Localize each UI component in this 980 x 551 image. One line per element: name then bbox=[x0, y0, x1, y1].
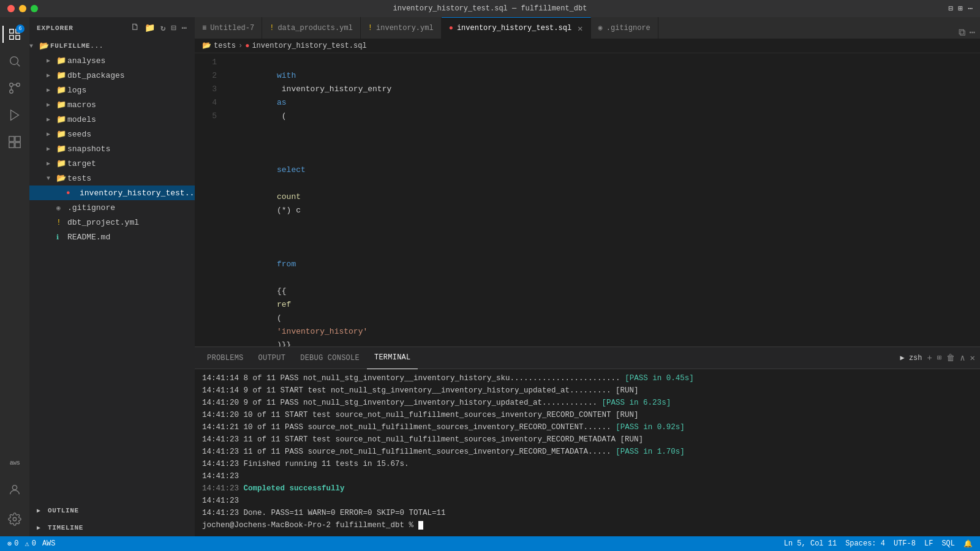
delete-terminal-icon[interactable]: 🗑 bbox=[946, 353, 955, 363]
tab-inventory-history-test[interactable]: ● inventory_history_test.sql ✕ bbox=[442, 17, 591, 39]
maximize-button[interactable] bbox=[31, 5, 38, 12]
sidebar: EXPLORER 🗋 📁 ↻ ⊟ ⋯ ▼ 📂 FULFILLME... ▶ 📁 … bbox=[29, 17, 195, 536]
sidebar-item-tests[interactable]: ▼ 📂 tests bbox=[29, 171, 195, 186]
svg-point-11 bbox=[13, 517, 17, 521]
tab-output[interactable]: OUTPUT bbox=[251, 347, 293, 369]
folder-label: snapshots bbox=[67, 144, 195, 154]
tab-gitignore[interactable]: ◉ .gitignore bbox=[591, 17, 658, 39]
code-content[interactable]: with inventory_history_entry as ( select… bbox=[224, 53, 971, 347]
editor-scrollbar[interactable] bbox=[971, 53, 980, 347]
status-encoding[interactable]: UTF-8 bbox=[894, 539, 916, 548]
folder-label: macros bbox=[67, 100, 195, 110]
tab-terminal[interactable]: TERMINAL bbox=[367, 347, 418, 369]
more-icon[interactable]: ⋯ bbox=[182, 23, 187, 33]
refresh-icon[interactable]: ↻ bbox=[160, 23, 166, 33]
status-notifications[interactable]: 🔔 bbox=[963, 539, 973, 549]
sidebar-title: EXPLORER bbox=[37, 24, 74, 32]
status-cursor-position[interactable]: Ln 5, Col 11 bbox=[784, 539, 837, 548]
sidebar-item-inventory-history-test[interactable]: ● inventory_history_test.... bbox=[29, 186, 195, 200]
sidebar-item-search[interactable] bbox=[2, 49, 27, 73]
terminal-output[interactable]: 14:41:14 8 of 11 PASS not_null_stg_inven… bbox=[195, 369, 980, 536]
status-language[interactable]: SQL bbox=[941, 539, 955, 548]
tab-close-button[interactable]: ✕ bbox=[578, 23, 582, 34]
minimize-button[interactable] bbox=[19, 5, 26, 12]
expand-arrow: ▶ bbox=[47, 86, 56, 94]
more-icon[interactable]: ⋯ bbox=[968, 4, 973, 13]
sidebar-item-extensions[interactable] bbox=[2, 130, 27, 154]
svg-rect-6 bbox=[9, 137, 14, 141]
sidebar-item-readme[interactable]: ℹ README.md bbox=[29, 230, 195, 244]
tab-problems[interactable]: PROBLEMS bbox=[200, 347, 251, 369]
language-label: SQL bbox=[941, 539, 955, 548]
svg-point-3 bbox=[10, 83, 13, 87]
panel-close-icon[interactable]: ✕ bbox=[970, 353, 975, 363]
layout-icon[interactable]: ⊟ bbox=[949, 4, 954, 13]
sidebar-item-dbt-packages[interactable]: ▶ 📁 dbt_packages bbox=[29, 68, 195, 83]
breadcrumb-file[interactable]: inventory_history_test.sql bbox=[252, 42, 366, 50]
new-terminal-icon[interactable]: + bbox=[927, 353, 932, 363]
sidebar-item-analyses[interactable]: ▶ 📁 analyses bbox=[29, 53, 195, 68]
tab-data-products[interactable]: ! data_products.yml bbox=[262, 17, 361, 39]
sidebar-item-dbt-project-yml[interactable]: ! dbt_project.yml bbox=[29, 215, 195, 230]
sidebar-item-debug[interactable] bbox=[2, 103, 27, 127]
function: count bbox=[277, 192, 301, 201]
new-file-icon[interactable]: 🗋 bbox=[130, 23, 140, 33]
keyword: as bbox=[277, 98, 287, 107]
file-label: .gitignore bbox=[67, 203, 195, 212]
sidebar-item-aws[interactable]: aws bbox=[2, 451, 27, 475]
window-controls bbox=[7, 5, 38, 12]
sidebar-item-logs[interactable]: ▶ 📁 logs bbox=[29, 83, 195, 97]
status-errors[interactable]: ⊗ 0 ⚠ 0 bbox=[7, 539, 36, 549]
sidebar-item-settings[interactable] bbox=[2, 507, 27, 531]
sidebar-item-target[interactable]: ▶ 📁 target bbox=[29, 156, 195, 171]
breadcrumb-folder-icon: 📂 bbox=[202, 41, 211, 50]
line-endings-label: LF bbox=[924, 539, 933, 548]
sidebar-item-models[interactable]: ▶ 📁 models bbox=[29, 112, 195, 127]
sidebar-item-snapshots[interactable]: ▶ 📁 snapshots bbox=[29, 141, 195, 156]
status-bar-right: Ln 5, Col 11 Spaces: 4 UTF-8 LF SQL 🔔 bbox=[784, 539, 973, 549]
code-line-2: select count (*) c bbox=[229, 137, 971, 231]
split-terminal-icon[interactable]: ⊞ bbox=[937, 353, 941, 362]
expand-arrow: ▶ bbox=[47, 101, 56, 108]
status-bar-left: ⊗ 0 ⚠ 0 AWS bbox=[7, 539, 55, 549]
tab-debug-console[interactable]: DEBUG CONSOLE bbox=[293, 347, 367, 369]
folder-icon: 📁 bbox=[56, 144, 67, 154]
terminal-line: 14:41:23 11 of 11 START test source_not_… bbox=[202, 433, 973, 446]
tab-inventory-yml[interactable]: ! inventory.yml bbox=[361, 17, 442, 39]
code-editor[interactable]: 1 2 3 4 5 with inventory_history_entry a… bbox=[195, 53, 980, 347]
sidebar-item-macros[interactable]: ▶ 📁 macros bbox=[29, 97, 195, 112]
close-button[interactable] bbox=[7, 5, 15, 12]
breadcrumb-tests[interactable]: tests bbox=[214, 42, 236, 50]
sidebar-item-gitignore[interactable]: ◉ .gitignore bbox=[29, 200, 195, 215]
sidebar-item-source-control[interactable] bbox=[2, 76, 27, 100]
sidebar-item-explorer[interactable]: 6 bbox=[2, 22, 27, 47]
status-spaces[interactable]: Spaces: 4 bbox=[845, 539, 885, 548]
terminal-line: 14:41:23 bbox=[202, 470, 973, 482]
panel-tab-bar: PROBLEMS OUTPUT DEBUG CONSOLE TERMINAL ▶… bbox=[195, 347, 980, 369]
outline-label: OUTLINE bbox=[48, 507, 79, 514]
tab-label: .gitignore bbox=[606, 24, 650, 32]
status-aws[interactable]: AWS bbox=[42, 539, 56, 548]
expand-arrow: ▶ bbox=[47, 72, 56, 79]
terminal-line: 14:41:23 Done. PASS=11 WARN=0 ERROR=0 SK… bbox=[202, 507, 973, 519]
sidebar-item-account[interactable] bbox=[2, 478, 27, 502]
outline-section[interactable]: ▶ OUTLINE bbox=[29, 502, 195, 519]
sidebar-item-seeds[interactable]: ▶ 📁 seeds bbox=[29, 127, 195, 141]
panel-chevron-up-icon[interactable]: ∧ bbox=[960, 353, 965, 363]
tab-icon: ◉ bbox=[598, 23, 603, 32]
folder-icon: 📁 bbox=[56, 85, 67, 95]
line-numbers: 1 2 3 4 5 bbox=[195, 53, 224, 347]
root-folder[interactable]: ▼ 📂 FULFILLME... bbox=[29, 39, 195, 53]
terminal-line: 14:41:23 Completed successfully bbox=[202, 482, 973, 495]
expand-arrow: ▶ bbox=[47, 130, 56, 138]
root-folder-label: FULFILLME... bbox=[50, 42, 195, 50]
timeline-section[interactable]: ▶ TIMELINE bbox=[29, 519, 195, 536]
more-tabs-icon[interactable]: ⋯ bbox=[969, 26, 975, 39]
split-icon[interactable]: ⊞ bbox=[958, 4, 963, 13]
error-count: 0 bbox=[14, 539, 18, 548]
collapse-icon[interactable]: ⊟ bbox=[171, 23, 176, 33]
split-editor-icon[interactable]: ⧉ bbox=[959, 27, 965, 39]
status-line-endings[interactable]: LF bbox=[924, 539, 933, 548]
tab-untitled7[interactable]: ≡ Untitled-7 bbox=[195, 17, 262, 39]
new-folder-icon[interactable]: 📁 bbox=[145, 23, 156, 33]
